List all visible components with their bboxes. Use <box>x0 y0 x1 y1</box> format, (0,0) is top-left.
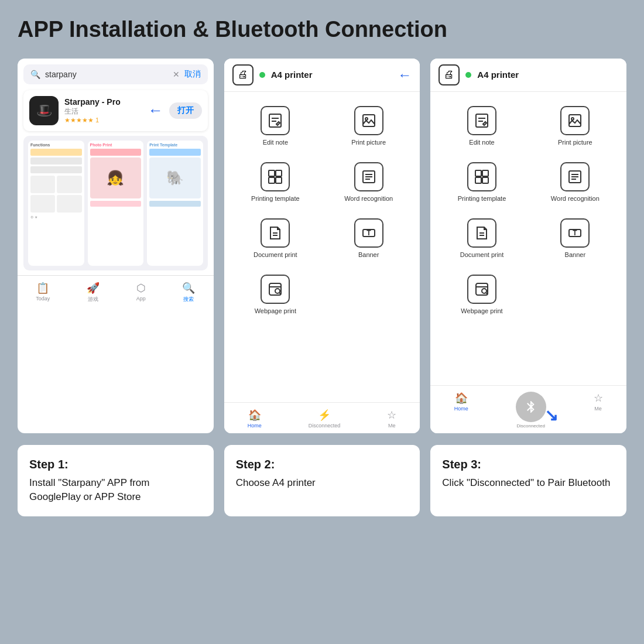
banner-label: Banner <box>358 251 379 258</box>
document-print-label: Document print <box>254 251 297 258</box>
step-cards-row: Step 1: Install "Starpany" APP from Goog… <box>18 445 626 517</box>
nav-me[interactable]: ☆ Me <box>387 409 396 429</box>
svg-rect-26 <box>475 170 481 176</box>
grid3-print-picture[interactable]: Print picture <box>529 98 622 154</box>
app-sub: 生活 <box>64 107 142 117</box>
edit-note-icon-3 <box>467 106 496 135</box>
printing-template-icon <box>261 162 290 191</box>
grid-word-recognition[interactable]: Word recognition <box>322 154 415 210</box>
phone3-grid: Edit note Print picture <box>430 92 626 328</box>
app-stars: ★★★★★ 1 <box>64 117 142 124</box>
svg-rect-29 <box>482 177 488 183</box>
grid-printing-template[interactable]: Printing template <box>229 154 322 210</box>
phone3-bottom-nav: 🏠 Home ↘ Disconnected ☆ Me <box>430 385 626 433</box>
svg-point-4 <box>365 118 368 120</box>
search-input[interactable]: starpany <box>45 70 168 79</box>
banner-icon-3: T <box>560 218 590 248</box>
app-screenshots: Functions ⚙ ★ Photo Print 👧 Prin <box>23 136 208 270</box>
print-picture-label: Print picture <box>351 139 386 146</box>
grid-edit-note[interactable]: Edit note <box>229 98 322 154</box>
grid3-webpage-print[interactable]: Webpage print <box>435 266 528 323</box>
nav-today[interactable]: 📋 Today <box>36 282 50 303</box>
bluetooth-button[interactable]: ↘ <box>516 392 546 422</box>
word-recognition-icon <box>354 162 383 191</box>
screenshot-2: Photo Print 👧 <box>88 141 144 266</box>
printer-icon: 🖨 <box>232 64 254 85</box>
step-3-title: Step 3: <box>442 458 615 471</box>
phone-3: 🖨 A4 printer Edit note <box>430 59 626 433</box>
svg-rect-28 <box>475 177 481 183</box>
edit-note-label-3: Edit note <box>469 139 494 146</box>
svg-point-25 <box>571 118 574 120</box>
search-bar[interactable]: 🔍 starpany ✕ 取消 <box>23 64 208 84</box>
svg-rect-3 <box>363 115 375 126</box>
grid-webpage-print[interactable]: Webpage print <box>229 266 322 323</box>
svg-line-20 <box>279 293 280 294</box>
step-3-desc: Click "Disconnected" to Pair Bluetooth <box>442 476 615 490</box>
printing-template-label-3: Printing template <box>458 195 506 202</box>
word-recognition-label: Word recognition <box>344 195 393 202</box>
webpage-print-label-3: Webpage print <box>461 307 502 314</box>
grid3-document-print[interactable]: Document print <box>435 210 528 266</box>
app-store-nav: 📋 Today 🚀 游戏 ⬡ App 🔍 搜索 <box>18 275 214 307</box>
nav3-disconnected[interactable]: ↘ Disconnected <box>516 392 546 429</box>
grid-print-picture[interactable]: Print picture <box>322 98 415 154</box>
svg-point-19 <box>275 289 280 293</box>
disconnected-label: Disconnected <box>516 423 546 429</box>
webpage-print-label: Webpage print <box>255 307 296 314</box>
print-picture-label-3: Print picture <box>558 139 592 146</box>
grid-banner[interactable]: T Banner <box>322 210 415 266</box>
printer-status-dot-3 <box>465 72 471 78</box>
nav-home[interactable]: 🏠 Home <box>248 409 262 429</box>
nav-games[interactable]: 🚀 游戏 <box>87 282 100 303</box>
step-card-2: Step 2: Choose A4 printer <box>224 445 420 517</box>
page-title: APP Installation & Bluetooth Connection <box>18 18 626 42</box>
svg-rect-5 <box>269 170 275 176</box>
app-info: Starpany - Pro 生活 ★★★★★ 1 <box>64 97 142 124</box>
banner-icon: T <box>354 218 383 248</box>
document-print-label-3: Document print <box>460 251 504 258</box>
printer-name-3: A4 printer <box>477 70 519 80</box>
svg-line-41 <box>486 293 487 294</box>
nav-disconnected[interactable]: ⚡ Disconnected <box>309 409 341 429</box>
phone3-header: 🖨 A4 printer <box>430 59 626 92</box>
blue-arrow-down-icon: ↘ <box>544 406 558 425</box>
nav-app[interactable]: ⬡ App <box>136 282 146 303</box>
step-1-title: Step 1: <box>29 458 202 471</box>
printing-template-icon-3 <box>467 162 496 191</box>
grid3-banner[interactable]: T Banner <box>529 210 622 266</box>
grid3-word-recognition[interactable]: Word recognition <box>529 154 622 210</box>
phone2-header: 🖨 A4 printer ← <box>224 59 420 92</box>
screenshot-3: Print Template 🐘 <box>147 141 203 266</box>
open-button[interactable]: 打开 <box>169 102 202 119</box>
svg-text:T: T <box>573 229 578 237</box>
clear-icon[interactable]: ✕ <box>173 70 180 79</box>
grid-document-print[interactable]: Document print <box>229 210 322 266</box>
step-card-1: Step 1: Install "Starpany" APP from Goog… <box>18 445 214 517</box>
document-print-icon <box>261 218 290 248</box>
app-name: Starpany - Pro <box>64 97 142 107</box>
svg-text:T: T <box>366 229 371 237</box>
edit-note-label: Edit note <box>263 139 288 146</box>
svg-rect-7 <box>269 177 275 183</box>
cancel-button[interactable]: 取消 <box>184 69 201 80</box>
app-icon: 🎩 <box>29 96 59 125</box>
print-picture-icon-3 <box>560 106 590 135</box>
svg-rect-6 <box>276 170 282 176</box>
step-card-3: Step 3: Click "Disconnected" to Pair Blu… <box>430 445 626 517</box>
phone-1: 🔍 starpany ✕ 取消 🎩 Starpany - Pro 生活 ★★★★… <box>18 59 214 433</box>
nav3-me[interactable]: ☆ Me <box>594 392 603 429</box>
blue-arrow-right-icon: ← <box>398 67 412 83</box>
search-icon: 🔍 <box>30 70 40 79</box>
word-recognition-label-3: Word recognition <box>551 195 600 202</box>
word-recognition-icon-3 <box>560 162 590 191</box>
grid3-edit-note[interactable]: Edit note <box>435 98 528 154</box>
step-2-title: Step 2: <box>236 458 409 471</box>
nav-search[interactable]: 🔍 搜索 <box>182 282 195 303</box>
screenshot-1: Functions ⚙ ★ <box>28 141 84 266</box>
nav3-home[interactable]: 🏠 Home <box>454 392 468 429</box>
grid3-printing-template[interactable]: Printing template <box>435 154 528 210</box>
phones-row: 🔍 starpany ✕ 取消 🎩 Starpany - Pro 生活 ★★★★… <box>18 59 626 433</box>
phone-2: 🖨 A4 printer ← Edit note <box>224 59 420 433</box>
svg-rect-8 <box>276 177 282 183</box>
